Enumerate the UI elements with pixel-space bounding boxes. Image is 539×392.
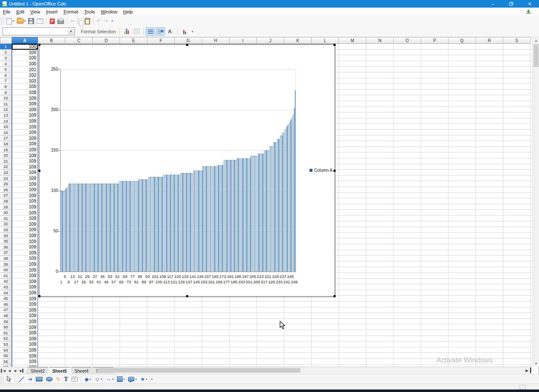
menu-item-tools[interactable]: Tools [81, 8, 98, 16]
cell-A34[interactable]: 109 [12, 233, 38, 239]
cell-A42[interactable]: 109 [12, 279, 38, 285]
row-header-10[interactable]: 10 [0, 95, 12, 101]
row-header-54[interactable]: 54 [0, 347, 12, 353]
cell-A26[interactable]: 109 [12, 187, 38, 193]
row-header-56[interactable]: 56 [0, 359, 12, 365]
column-header-B[interactable]: B [38, 37, 65, 44]
cell-A56[interactable]: 109 [12, 359, 38, 365]
toolbar-overflow-button[interactable]: ▾ [109, 17, 115, 25]
cell-A13[interactable]: 109 [12, 112, 38, 118]
cell-A12[interactable]: 109 [12, 107, 38, 113]
cell-A36[interactable]: 109 [12, 244, 38, 250]
cell-A16[interactable]: 109 [12, 130, 38, 136]
undo-button[interactable]: ↶ [95, 17, 102, 25]
toolbar-grip[interactable] [1, 18, 3, 24]
column-header-N[interactable]: N [366, 37, 394, 44]
ellipse-tool-button[interactable] [44, 375, 54, 384]
row-header-17[interactable]: 17 [0, 136, 12, 141]
split-handle[interactable] [530, 368, 531, 373]
column-header-O[interactable]: O [394, 37, 421, 44]
redo-button[interactable]: ↷ [102, 17, 109, 25]
cell-A19[interactable]: 109 [12, 147, 38, 153]
selection-handle[interactable] [38, 44, 40, 46]
cell-A54[interactable]: 109 [12, 347, 38, 353]
row-header-48[interactable]: 48 [0, 313, 12, 319]
previous-sheet-button[interactable]: ◀ [6, 367, 13, 374]
menu-item-view[interactable]: View [27, 8, 43, 16]
cut-button[interactable]: ✂ [69, 17, 76, 25]
minimize-button[interactable]: – [483, 0, 502, 8]
export-pdf-button[interactable] [48, 17, 56, 25]
menu-item-help[interactable]: Help [120, 8, 136, 16]
cell-A47[interactable]: 109 [12, 307, 38, 313]
cell-A32[interactable]: 109 [12, 221, 38, 227]
row-header-40[interactable]: 40 [0, 267, 12, 273]
cell-A46[interactable]: 109 [12, 301, 38, 307]
selection-handle[interactable] [334, 44, 336, 46]
column-header-K[interactable]: K [284, 37, 312, 44]
cell-A29[interactable]: 109 [12, 204, 38, 210]
cell-A15[interactable]: 109 [12, 124, 38, 130]
row-header-11[interactable]: 11 [0, 101, 12, 107]
row-header-49[interactable]: 49 [0, 319, 12, 325]
cell-A8[interactable]: 105 [12, 84, 38, 90]
cell-A33[interactable]: 109 [12, 227, 38, 233]
cell-A38[interactable]: 109 [12, 256, 38, 261]
column-header-D[interactable]: D [93, 37, 120, 44]
cell-A37[interactable]: 109 [12, 250, 38, 256]
callouts-button[interactable]: ▾ [126, 375, 139, 384]
print-button[interactable] [56, 17, 65, 25]
chart-object[interactable]: 050100150200250 159131721252933374145495… [38, 44, 336, 297]
row-header-32[interactable]: 32 [0, 221, 12, 227]
rectangle-tool-button[interactable] [34, 375, 44, 384]
cell-A28[interactable]: 109 [12, 198, 38, 204]
cell-A18[interactable]: 109 [12, 141, 38, 147]
cell-A6[interactable]: 102 [12, 72, 38, 78]
row-header-53[interactable]: 53 [0, 341, 12, 347]
column-header-P[interactable]: P [421, 37, 448, 44]
column-header-I[interactable]: I [229, 37, 257, 44]
block-arrows-button[interactable]: ⇔▾ [104, 375, 115, 384]
column-header-C[interactable]: C [65, 37, 93, 44]
column-header-F[interactable]: F [147, 37, 175, 44]
scroll-right-arrow[interactable]: ▶ [524, 367, 530, 373]
cell-A2[interactable]: 100 [12, 50, 38, 56]
row-header-22[interactable]: 22 [0, 164, 12, 170]
row-header-50[interactable]: 50 [0, 324, 12, 330]
row-header-24[interactable]: 24 [0, 176, 12, 181]
row-header-12[interactable]: 12 [0, 107, 12, 113]
row-header-47[interactable]: 47 [0, 307, 12, 313]
line-tool-button[interactable] [17, 375, 26, 384]
save-button[interactable] [27, 17, 35, 25]
cell-A55[interactable]: 109 [12, 353, 38, 359]
row-header-37[interactable]: 37 [0, 250, 12, 256]
row-header-29[interactable]: 29 [0, 204, 12, 210]
toolbar-overflow-button[interactable]: ▾ [189, 27, 195, 36]
column-header-H[interactable]: H [202, 37, 229, 44]
cell-A41[interactable]: 109 [12, 273, 38, 279]
menu-item-insert[interactable]: Insert [43, 8, 61, 16]
cell-A40[interactable]: 109 [12, 267, 38, 273]
open-button[interactable]: ▾ [16, 17, 27, 25]
email-button[interactable] [35, 17, 45, 25]
column-header-Q[interactable]: Q [448, 37, 476, 44]
cell-A14[interactable]: 109 [12, 118, 38, 124]
menu-item-edit[interactable]: Edit [13, 8, 27, 16]
toolbar-grip[interactable] [1, 376, 3, 383]
column-header-E[interactable]: E [120, 37, 147, 44]
row-header-43[interactable]: 43 [0, 284, 12, 290]
last-sheet-button[interactable]: ▶▌ [19, 367, 25, 374]
stars-button[interactable]: ★▾ [139, 375, 149, 384]
close-button[interactable]: ✕ [520, 0, 539, 8]
cell-cursor-a1[interactable] [12, 44, 38, 50]
horizontal-grids-toggle[interactable] [146, 27, 155, 36]
row-header-1[interactable]: 1 [0, 44, 12, 50]
cell-A20[interactable]: 109 [12, 152, 38, 158]
selection-handle[interactable] [38, 295, 40, 297]
row-header-39[interactable]: 39 [0, 261, 12, 267]
selection-handle[interactable] [334, 295, 336, 297]
row-header-9[interactable]: 9 [0, 90, 12, 96]
menu-item-format[interactable]: Format [61, 8, 81, 16]
chart-type-button[interactable] [122, 27, 131, 36]
copy-button[interactable] [76, 17, 83, 25]
